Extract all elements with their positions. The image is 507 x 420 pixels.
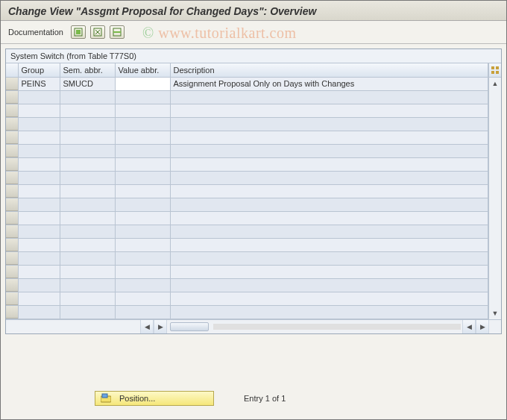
cell-sem-abbr[interactable]: [60, 265, 115, 278]
cell-sem-abbr[interactable]: [60, 184, 115, 198]
cell-value-abbr[interactable]: [115, 225, 170, 238]
table-row[interactable]: [6, 292, 488, 305]
row-selector[interactable]: [6, 305, 18, 319]
cell-description[interactable]: [170, 131, 488, 144]
cell-description[interactable]: [170, 171, 488, 184]
cell-value-abbr[interactable]: [115, 211, 170, 225]
col-sem-abbr[interactable]: Sem. abbr.: [60, 63, 115, 77]
scroll-up-icon[interactable]: ▲: [489, 78, 501, 90]
horizontal-scrollbar[interactable]: ◀ ▶ ◀ ▶: [6, 319, 501, 333]
row-selector[interactable]: [6, 104, 18, 117]
row-selector[interactable]: [6, 238, 18, 251]
col-group[interactable]: Group: [18, 63, 60, 77]
cell-sem-abbr[interactable]: [60, 117, 115, 131]
row-selector[interactable]: [6, 171, 18, 184]
cell-value-abbr[interactable]: [115, 104, 170, 117]
table-row[interactable]: [6, 198, 488, 211]
select-all-icon[interactable]: [71, 25, 86, 39]
vertical-scrollbar[interactable]: ▲ ▼: [488, 63, 501, 319]
table-row[interactable]: [6, 225, 488, 238]
cell-group[interactable]: [18, 117, 60, 131]
table-row[interactable]: [6, 104, 488, 117]
position-button[interactable]: Position...: [95, 391, 214, 406]
cell-sem-abbr[interactable]: SMUCD: [60, 77, 115, 90]
cell-description[interactable]: [170, 251, 488, 265]
cell-description[interactable]: [170, 292, 488, 305]
cell-group[interactable]: [18, 225, 60, 238]
table-row[interactable]: [6, 157, 488, 171]
cell-description[interactable]: [170, 184, 488, 198]
table-row[interactable]: [6, 131, 488, 144]
row-selector[interactable]: [6, 251, 18, 265]
cell-description[interactable]: [170, 278, 488, 292]
cell-group[interactable]: [18, 278, 60, 292]
cell-value-abbr[interactable]: [115, 157, 170, 171]
cell-group[interactable]: [18, 265, 60, 278]
cell-group[interactable]: [18, 104, 60, 117]
hscroll-right-arrow-2-icon[interactable]: ▶: [476, 320, 489, 333]
cell-value-abbr[interactable]: [115, 77, 170, 90]
cell-description[interactable]: [170, 144, 488, 157]
cell-value-abbr[interactable]: [115, 238, 170, 251]
table-row[interactable]: [6, 265, 488, 278]
cell-sem-abbr[interactable]: [60, 131, 115, 144]
cell-group[interactable]: [18, 90, 60, 104]
row-selector[interactable]: [6, 278, 18, 292]
table-row[interactable]: [6, 278, 488, 292]
table-row[interactable]: PEINSSMUCDAssignment Proposal Only on Da…: [6, 77, 488, 90]
hscroll-track[interactable]: [167, 322, 462, 331]
row-selector[interactable]: [6, 198, 18, 211]
cell-description[interactable]: [170, 305, 488, 319]
row-selector-header[interactable]: [6, 63, 18, 77]
row-selector[interactable]: [6, 131, 18, 144]
cell-description[interactable]: [170, 211, 488, 225]
cell-sem-abbr[interactable]: [60, 104, 115, 117]
cell-group[interactable]: [18, 198, 60, 211]
cell-description[interactable]: [170, 157, 488, 171]
row-selector[interactable]: [6, 265, 18, 278]
cell-value-abbr[interactable]: [115, 184, 170, 198]
row-selector[interactable]: [6, 90, 18, 104]
hscroll-right-arrow-1-icon[interactable]: ▶: [154, 320, 167, 333]
cell-group[interactable]: [18, 157, 60, 171]
table-row[interactable]: [6, 117, 488, 131]
hscroll-left-arrow-2-icon[interactable]: ◀: [462, 320, 476, 333]
cell-value-abbr[interactable]: [115, 198, 170, 211]
cell-value-abbr[interactable]: [115, 265, 170, 278]
cell-group[interactable]: [18, 305, 60, 319]
hscroll-thumb[interactable]: [170, 322, 209, 331]
cell-value-abbr[interactable]: [115, 171, 170, 184]
cell-group[interactable]: PEINS: [18, 77, 60, 90]
cell-group[interactable]: [18, 211, 60, 225]
cell-value-abbr[interactable]: [115, 90, 170, 104]
cell-sem-abbr[interactable]: [60, 171, 115, 184]
cell-group[interactable]: [18, 171, 60, 184]
cell-sem-abbr[interactable]: [60, 251, 115, 265]
table-row[interactable]: [6, 90, 488, 104]
table-row[interactable]: [6, 305, 488, 319]
cell-sem-abbr[interactable]: [60, 157, 115, 171]
cell-value-abbr[interactable]: [115, 117, 170, 131]
cell-sem-abbr[interactable]: [60, 278, 115, 292]
cell-sem-abbr[interactable]: [60, 225, 115, 238]
cell-description[interactable]: [170, 225, 488, 238]
cell-value-abbr[interactable]: [115, 292, 170, 305]
cell-description[interactable]: [170, 117, 488, 131]
hscroll-left-arrow-1-icon[interactable]: ◀: [140, 320, 154, 333]
deselect-all-icon[interactable]: [90, 25, 105, 39]
cell-value-abbr[interactable]: [115, 278, 170, 292]
col-description[interactable]: Description: [170, 63, 488, 77]
cell-group[interactable]: [18, 144, 60, 157]
cell-sem-abbr[interactable]: [60, 144, 115, 157]
table-row[interactable]: [6, 171, 488, 184]
cell-description[interactable]: [170, 238, 488, 251]
row-selector[interactable]: [6, 211, 18, 225]
cell-value-abbr[interactable]: [115, 144, 170, 157]
row-selector[interactable]: [6, 144, 18, 157]
table-row[interactable]: [6, 184, 488, 198]
cell-group[interactable]: [18, 292, 60, 305]
row-selector[interactable]: [6, 77, 18, 90]
cell-sem-abbr[interactable]: [60, 305, 115, 319]
select-block-icon[interactable]: [110, 25, 125, 39]
row-selector[interactable]: [6, 157, 18, 171]
